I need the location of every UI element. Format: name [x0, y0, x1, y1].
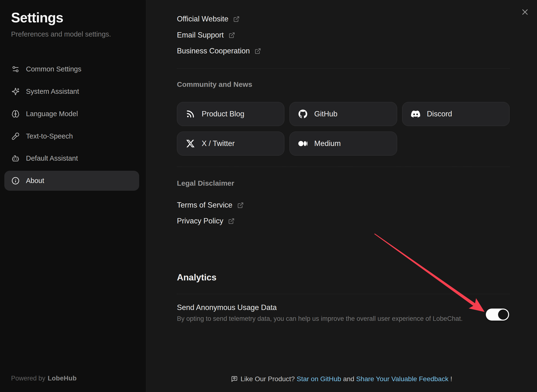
discord-button[interactable]: Discord	[402, 102, 510, 126]
sparkles-icon	[12, 88, 19, 95]
sidebar-item-text-to-speech[interactable]: Text-to-Speech	[4, 126, 139, 146]
settings-page: Settings Preferences and model settings.…	[0, 0, 537, 392]
message-heart-icon	[231, 376, 238, 382]
sliders-icon	[12, 65, 19, 73]
sidebar-item-common-settings[interactable]: Common Settings	[4, 59, 139, 79]
send-usage-data-label: Send Anonymous Usage Data	[177, 303, 277, 312]
link-label: Business Cooperation	[177, 47, 250, 55]
sidebar-item-about[interactable]: About	[4, 171, 139, 191]
send-usage-data-toggle[interactable]	[486, 309, 509, 321]
github-icon	[298, 109, 307, 119]
lobehub-brand: LobeHub	[48, 375, 77, 382]
product-footer: Like Our Product? Star on GitHub and Sha…	[146, 375, 537, 383]
link-label: Terms of Service	[177, 201, 232, 209]
footer-suffix: !	[450, 375, 452, 383]
legal-heading: Legal Disclaimer	[177, 179, 234, 187]
star-on-github-link[interactable]: Star on GitHub	[297, 375, 341, 383]
close-icon	[520, 7, 530, 17]
footer-middle: and	[343, 375, 354, 383]
discord-icon	[411, 109, 420, 119]
send-usage-data-description: By opting to send telemetry data, you ca…	[177, 315, 463, 322]
footer-prefix: Like Our Product?	[241, 375, 295, 383]
official-website-link[interactable]: Official Website	[177, 15, 240, 23]
community-heading: Community and News	[177, 80, 252, 89]
github-button[interactable]: GitHub	[289, 102, 397, 126]
section-divider	[177, 167, 510, 167]
link-label: Official Website	[177, 15, 228, 23]
link-label: Email Support	[177, 31, 224, 39]
section-divider	[177, 294, 510, 294]
contact-us-heading-cutoff: Contact Us	[177, 0, 230, 2]
button-label: X / Twitter	[202, 139, 235, 148]
powered-by: Powered by LobeHub	[11, 375, 77, 382]
link-label: Privacy Policy	[177, 217, 223, 225]
rss-icon	[186, 109, 195, 119]
section-divider	[177, 68, 510, 69]
button-label: GitHub	[314, 110, 337, 118]
sidebar-item-label: System Assistant	[26, 88, 79, 95]
sidebar-item-label: Language Model	[26, 110, 78, 118]
terms-of-service-link[interactable]: Terms of Service	[177, 201, 244, 209]
product-blog-button[interactable]: Product Blog	[177, 102, 284, 126]
settings-sidebar: Settings Preferences and model settings.…	[0, 0, 146, 392]
sidebar-item-label: About	[26, 177, 44, 185]
external-link-icon	[228, 218, 235, 224]
email-support-link[interactable]: Email Support	[177, 31, 235, 39]
privacy-policy-link[interactable]: Privacy Policy	[177, 217, 235, 225]
info-icon	[12, 177, 19, 185]
analytics-heading: Analytics	[177, 272, 217, 283]
button-label: Product Blog	[202, 110, 244, 118]
page-subtitle: Preferences and model settings.	[11, 30, 111, 38]
external-link-icon	[229, 32, 235, 38]
brain-icon	[12, 110, 19, 118]
sidebar-item-label: Text-to-Speech	[26, 132, 73, 140]
powered-by-text: Powered by	[11, 375, 45, 382]
sidebar-item-system-assistant[interactable]: System Assistant	[4, 82, 139, 101]
external-link-icon	[255, 48, 261, 54]
mic-icon	[12, 132, 19, 140]
medium-button[interactable]: Medium	[289, 132, 397, 156]
sidebar-item-language-model[interactable]: Language Model	[4, 104, 139, 124]
external-link-icon	[237, 202, 244, 209]
about-panel: Contact Us Official Website Email Suppor…	[146, 0, 537, 392]
button-label: Discord	[427, 110, 452, 118]
community-buttons: Product Blog GitHub Discord X / Twitter …	[177, 102, 510, 156]
share-feedback-link[interactable]: Share Your Valuable Feedback	[356, 375, 449, 383]
bot-icon	[12, 154, 19, 162]
x-twitter-icon	[186, 139, 195, 148]
sidebar-item-label: Default Assistant	[26, 154, 78, 162]
close-button[interactable]	[520, 7, 530, 17]
button-label: Medium	[314, 139, 341, 148]
external-link-icon	[233, 16, 240, 22]
x-twitter-button[interactable]: X / Twitter	[177, 132, 284, 156]
sidebar-item-default-assistant[interactable]: Default Assistant	[4, 148, 139, 168]
page-title: Settings	[11, 10, 63, 25]
sidebar-item-label: Common Settings	[26, 65, 81, 73]
business-cooperation-link[interactable]: Business Cooperation	[177, 47, 261, 55]
toggle-knob	[498, 310, 508, 320]
medium-icon	[298, 139, 307, 148]
